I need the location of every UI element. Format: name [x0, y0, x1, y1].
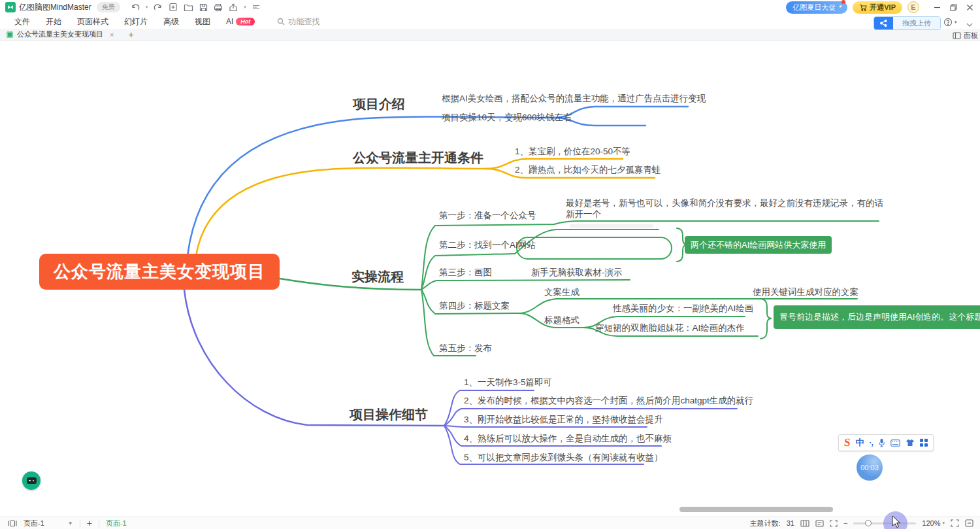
node-step3[interactable]: 第三步：画图 [439, 267, 492, 279]
node-title-format[interactable]: 标题格式 [544, 315, 580, 326]
menu-view[interactable]: 视图 [187, 15, 218, 29]
mindmaster-logo-icon [5, 2, 16, 12]
close-button[interactable] [966, 4, 973, 11]
new-tab-button[interactable]: + [128, 29, 133, 40]
print-button[interactable] [214, 3, 223, 12]
new-document-button[interactable] [169, 3, 178, 12]
menu-ai[interactable]: AI [218, 16, 235, 27]
menu-file[interactable]: 文件 [7, 15, 38, 29]
punctuation-icon[interactable]: ·, [869, 438, 872, 447]
node-details-c1[interactable]: 1、一天制作3-5篇即可 [464, 377, 552, 388]
branch-process-label[interactable]: 实操流程 [351, 268, 404, 286]
node-step3-note[interactable]: 新手无脑获取素材-演示 [531, 267, 623, 279]
open-vip-button[interactable]: 开通VIP [853, 1, 902, 14]
node-details-c4[interactable]: 4、熟练后可以放大操作，全是自动生成的，也不麻烦 [464, 433, 672, 445]
zoom-out-button[interactable]: − [843, 519, 847, 527]
microphone-icon[interactable] [878, 438, 885, 447]
node-title-example2[interactable]: 穿短裙的双胞胎姐妹花：AI绘画的杰作 [595, 322, 745, 334]
node-copy-gen-note[interactable]: 使用关键词生成对应的文案 [753, 286, 858, 298]
collapse-topics-icon[interactable] [965, 519, 973, 527]
panel-icon [953, 32, 961, 39]
add-page-button[interactable]: + [87, 518, 92, 528]
node-step2[interactable]: 第二步：找到一个AI网站 [439, 239, 536, 251]
page-overview-icon[interactable] [8, 520, 17, 527]
keyboard-icon[interactable] [890, 439, 900, 447]
feature-search[interactable]: 功能查找 [277, 16, 319, 27]
node-title-example1[interactable]: 性感美丽的少女：一副绝美的AI绘画 [613, 303, 753, 315]
callout-title-format-tip[interactable]: 冒号前边是描述，后边是声明使用AI创造的。这个标题格 [774, 305, 980, 329]
node-details-c3[interactable]: 3、刚开始收益比较低是正常的，坚持做收益会提升 [464, 414, 663, 426]
share-export-button[interactable] [229, 3, 238, 12]
sogou-ime-toolbar[interactable]: S 中 ·, [838, 434, 934, 451]
blurred-text-remnant [570, 224, 653, 228]
menu-page-style[interactable]: 页面样式 [69, 15, 116, 29]
branch-details-label[interactable]: 项目操作细节 [350, 406, 428, 424]
undo-button[interactable] [131, 3, 140, 12]
app-title: 亿图脑图MindMaster [19, 2, 91, 13]
node-step4[interactable]: 第四步：标题文案 [439, 300, 510, 312]
node-step1[interactable]: 第一步：准备一个公众号 [439, 210, 536, 222]
promo-notification-dot [841, 0, 845, 4]
page-selector[interactable]: 页面-1 [24, 519, 44, 528]
restore-button[interactable] [950, 4, 957, 11]
toolbox-grid-icon[interactable] [920, 439, 928, 447]
branch-intro-label[interactable]: 项目介绍 [353, 95, 405, 113]
node-intro-c1[interactable]: 根据AI美女绘画，搭配公众号的流量主功能，通过广告点击进行变现 [442, 93, 706, 105]
ribbon-menu-bar: 文件 开始 页面样式 幻灯片 高级 视图 AI Hot 功能查找 [0, 14, 980, 29]
node-step5[interactable]: 第五步：发布 [439, 343, 492, 354]
tab-close-icon[interactable]: × [110, 31, 114, 39]
node-copy-gen[interactable]: 文案生成 [544, 286, 580, 298]
free-plan-badge: 免费 [97, 2, 120, 12]
cart-icon [859, 4, 867, 11]
document-tab[interactable]: 公众号流量主美女变现项目 × [7, 29, 119, 41]
open-file-button[interactable] [184, 3, 193, 12]
chinese-mode-indicator[interactable]: 中 [855, 437, 864, 449]
upload-button-label: 拖拽上传 [893, 17, 940, 29]
statusbar-divider [99, 520, 99, 527]
node-conditions-c1[interactable]: 1、某宝刷，价位在20-50不等 [515, 146, 630, 158]
redo-button[interactable] [154, 3, 163, 12]
undo-dropdown-caret[interactable]: ▾ [146, 5, 148, 10]
summer-promo-button[interactable]: 亿图夏日大促✦ [786, 1, 847, 14]
node-step1-note[interactable]: 最好是老号，新号也可以，头像和简介没有要求，最好之前没有违规记录，有的话新开一个 [566, 197, 887, 220]
recording-timer-bubble[interactable]: 00:03 [857, 454, 883, 481]
menu-home[interactable]: 开始 [38, 15, 69, 29]
fit-window-icon[interactable] [830, 520, 838, 527]
statusbar-divider [80, 520, 80, 527]
mindmap-canvas[interactable]: 公众号流量主美女变现项目 项目介绍 根据AI美女绘画，搭配公众号的流量主功能，通… [0, 0, 980, 529]
help-menu[interactable]: ▾ [943, 18, 957, 27]
topic-count-label: 主题计数: [750, 519, 781, 528]
ai-assistant-button[interactable] [22, 471, 41, 490]
node-intro-c2[interactable]: 项目实操10天，变现600块钱左右 [442, 112, 572, 124]
customize-toolbar-icon[interactable] [252, 4, 260, 10]
menu-advanced[interactable]: 高级 [155, 15, 187, 29]
outline-view-icon[interactable] [800, 520, 809, 527]
panel-toggle-button[interactable]: 面板 [953, 31, 978, 41]
mouse-cursor [892, 516, 901, 528]
mindmap-root-topic[interactable]: 公众号流量主美女变现项目 [39, 254, 280, 290]
node-conditions-c2[interactable]: 2、蹭热点，比如今天的七夕孤寡青蛙 [515, 164, 661, 176]
zoom-level-caret[interactable]: ▾ [942, 520, 945, 526]
cloud-upload-button[interactable]: 拖拽上传 [874, 16, 941, 30]
sogou-logo-icon: S [843, 436, 851, 449]
ribbon-collapse-chevron[interactable] [966, 18, 973, 30]
node-details-c2[interactable]: 2、发布的时候，根据文中内容选一个封面，然后简介用chatgpt生成的就行 [464, 395, 753, 407]
active-page-tab[interactable]: 页面-1 [106, 519, 127, 528]
topic-count-value: 31 [787, 519, 794, 527]
minimize-button[interactable] [934, 4, 941, 11]
zoom-slider-knob[interactable] [865, 520, 872, 526]
node-details-c5[interactable]: 5、可以把文章同步发到微头条（有阅读就有收益） [464, 452, 663, 464]
fullscreen-icon[interactable] [951, 519, 959, 527]
save-button[interactable] [199, 3, 208, 12]
callout-ai-websites[interactable]: 两个还不错的AI绘画网站供大家使用 [685, 236, 832, 254]
menu-slides[interactable]: 幻灯片 [116, 15, 155, 29]
share-dropdown-caret[interactable]: ▾ [244, 5, 246, 10]
search-icon [277, 18, 285, 26]
zoom-level-value[interactable]: 120% [922, 519, 940, 527]
skin-icon[interactable] [906, 439, 915, 447]
horizontal-scrollbar-thumb[interactable] [679, 507, 833, 512]
page-selector-caret[interactable]: ▼ [68, 520, 73, 526]
user-avatar[interactable]: E [907, 1, 919, 13]
branch-conditions-label[interactable]: 公众号流量主开通条件 [353, 149, 483, 167]
mindmap-view-icon[interactable] [815, 520, 824, 527]
